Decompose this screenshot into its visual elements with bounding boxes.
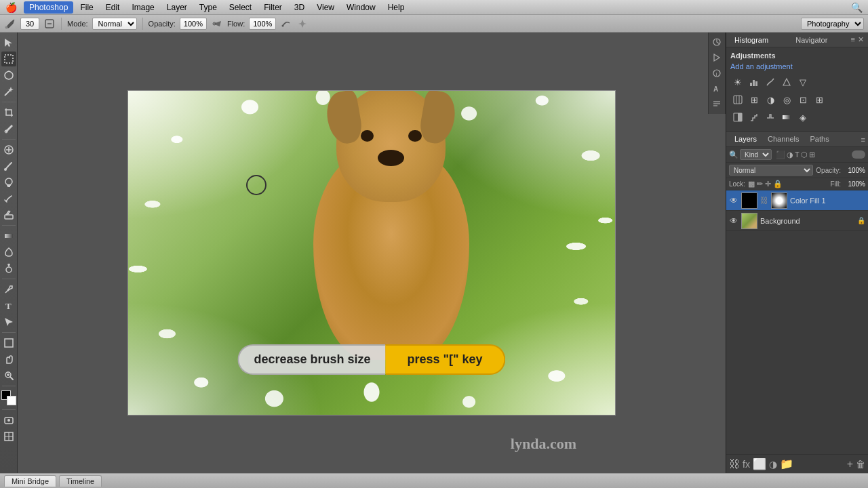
adj-colorlookup-icon[interactable]: ⊞ xyxy=(812,92,827,107)
opacity-row-value[interactable]: 100% xyxy=(844,167,865,174)
adj-curves-icon[interactable] xyxy=(763,75,778,89)
tool-screen-mode[interactable] xyxy=(1,429,16,444)
tool-magic-wand[interactable] xyxy=(1,84,16,99)
menu-select[interactable]: Select xyxy=(224,1,257,14)
layer-link-icon[interactable]: ⛓ xyxy=(729,458,740,470)
flow-icon[interactable] xyxy=(280,18,292,30)
tool-brush[interactable] xyxy=(1,159,16,174)
adj-exposure-icon[interactable] xyxy=(779,75,794,89)
adj-invert-icon[interactable] xyxy=(730,110,745,125)
workspace-select[interactable]: Photography xyxy=(801,18,864,30)
panel-menu-icon[interactable]: ≡ xyxy=(851,35,855,44)
tool-heal[interactable] xyxy=(1,142,16,157)
flow-value[interactable]: 100% xyxy=(249,18,276,30)
tool-eyedropper[interactable] xyxy=(1,121,16,136)
tool-rect-shape[interactable] xyxy=(1,336,16,350)
adj-photofilter-icon[interactable]: ◎ xyxy=(779,92,794,107)
filter-pixel-icon[interactable]: ⬛ xyxy=(776,150,785,159)
search-icon[interactable]: 🔍 xyxy=(851,2,863,13)
filter-adj-icon[interactable]: ◑ xyxy=(787,150,793,159)
panel-close-icon[interactable]: ✕ xyxy=(858,35,864,44)
menu-image[interactable]: Image xyxy=(126,1,159,14)
layer-mask-icon[interactable]: ⬜ xyxy=(753,458,766,470)
adj-hue-icon[interactable] xyxy=(730,92,745,107)
adj-channelmixer-icon[interactable]: ⊡ xyxy=(795,92,810,107)
brush-size-display[interactable]: 30 xyxy=(20,18,39,30)
menu-filter[interactable]: Filter xyxy=(258,1,288,14)
lock-move-icon[interactable]: ✛ xyxy=(765,180,771,188)
layer-item-background[interactable]: 👁 Background 🔒 xyxy=(726,211,868,231)
tool-lasso[interactable] xyxy=(1,68,16,83)
stylus-pressure-icon[interactable] xyxy=(296,18,309,30)
lock-checkerboard-icon[interactable]: ▩ xyxy=(748,180,755,188)
mode-select[interactable]: Normal xyxy=(92,18,137,30)
filter-smart-icon[interactable]: ⊞ xyxy=(809,150,815,159)
adj-brightness-icon[interactable]: ☀ xyxy=(730,75,745,89)
lock-all-icon[interactable]: 🔒 xyxy=(773,180,783,188)
layer-folder-icon[interactable]: 📁 xyxy=(780,458,793,470)
layer-adj-icon[interactable]: ◑ xyxy=(769,459,777,470)
layer-add-icon[interactable]: + xyxy=(847,458,853,470)
adj-threshold-icon[interactable] xyxy=(763,110,778,125)
strip-history-icon[interactable] xyxy=(710,35,724,49)
adj-levels-icon[interactable] xyxy=(747,75,762,89)
tool-hand[interactable] xyxy=(1,352,16,367)
tool-stamp[interactable] xyxy=(1,175,16,190)
tab-mini-bridge[interactable]: Mini Bridge xyxy=(4,475,56,487)
tool-text[interactable]: T xyxy=(1,298,16,313)
adj-bw-icon[interactable]: ◑ xyxy=(763,92,778,107)
strip-paragraph-icon[interactable] xyxy=(710,98,724,111)
tab-channels[interactable]: Channels xyxy=(762,134,804,146)
layer-delete-icon[interactable]: 🗑 xyxy=(856,459,865,470)
adj-selectivecolor-icon[interactable]: ◈ xyxy=(795,110,810,125)
tool-eraser[interactable] xyxy=(1,207,16,222)
color-picker-area[interactable] xyxy=(1,390,16,405)
adj-posterize-icon[interactable] xyxy=(747,110,762,125)
menu-edit[interactable]: Edit xyxy=(100,1,125,14)
menu-file[interactable]: File xyxy=(75,1,98,14)
add-adjustment-link[interactable]: Add an adjustment xyxy=(730,62,864,70)
tool-arrow[interactable] xyxy=(1,35,16,50)
tool-zoom[interactable] xyxy=(1,368,16,383)
opacity-value[interactable]: 100% xyxy=(180,18,207,30)
menu-view[interactable]: View xyxy=(311,1,340,14)
tab-layers[interactable]: Layers xyxy=(729,134,762,146)
blend-mode-select[interactable]: Normal xyxy=(729,165,813,176)
menu-help[interactable]: Help xyxy=(382,1,410,14)
tool-dodge[interactable] xyxy=(1,261,16,276)
filter-shape-icon[interactable]: ⬡ xyxy=(801,150,808,159)
filter-type-icon[interactable]: T xyxy=(795,150,800,159)
menu-layer[interactable]: Layer xyxy=(161,1,193,14)
tool-mask-mode[interactable] xyxy=(1,413,16,428)
layer-item-colorfill[interactable]: 👁 ⛓ Color Fill 1 xyxy=(726,190,868,211)
adj-colorbalance-icon[interactable]: ⊞ xyxy=(747,92,762,107)
menu-type[interactable]: Type xyxy=(194,1,222,14)
tool-select[interactable] xyxy=(1,52,16,66)
menu-window[interactable]: Window xyxy=(341,1,381,14)
background-color[interactable] xyxy=(7,396,16,405)
tool-gradient[interactable] xyxy=(1,228,16,243)
adj-vibrance-icon[interactable]: ▽ xyxy=(795,75,810,89)
tool-pen[interactable] xyxy=(1,282,16,297)
tool-path-select[interactable] xyxy=(1,314,16,329)
strip-character-icon[interactable]: A xyxy=(710,82,724,96)
menu-3d[interactable]: 3D xyxy=(289,1,310,14)
strip-actions-icon[interactable] xyxy=(710,51,724,64)
tab-histogram[interactable]: Histogram xyxy=(730,35,772,45)
tool-blur[interactable] xyxy=(1,245,16,260)
layer-eye-colorfill[interactable]: 👁 xyxy=(729,196,738,205)
airbrush-icon[interactable] xyxy=(211,18,223,30)
strip-info-icon[interactable]: i xyxy=(710,66,724,80)
brush-tool-icon[interactable] xyxy=(4,18,16,30)
layers-panel-menu-icon[interactable]: ≡ xyxy=(861,136,865,144)
apple-menu[interactable]: 🍎 xyxy=(5,2,17,13)
layer-fx-icon[interactable]: fx xyxy=(743,459,750,470)
brush-options-icon[interactable] xyxy=(43,18,56,30)
tab-paths[interactable]: Paths xyxy=(805,134,835,146)
tab-navigator[interactable]: Navigator xyxy=(791,35,831,45)
layers-filter-select[interactable]: Kind xyxy=(740,149,772,160)
menu-photoshop[interactable]: Photoshop xyxy=(24,1,73,14)
layers-filter-toggle[interactable] xyxy=(852,150,865,159)
tab-timeline[interactable]: Timeline xyxy=(59,475,102,487)
lock-brush-icon[interactable]: ✏ xyxy=(757,180,763,188)
